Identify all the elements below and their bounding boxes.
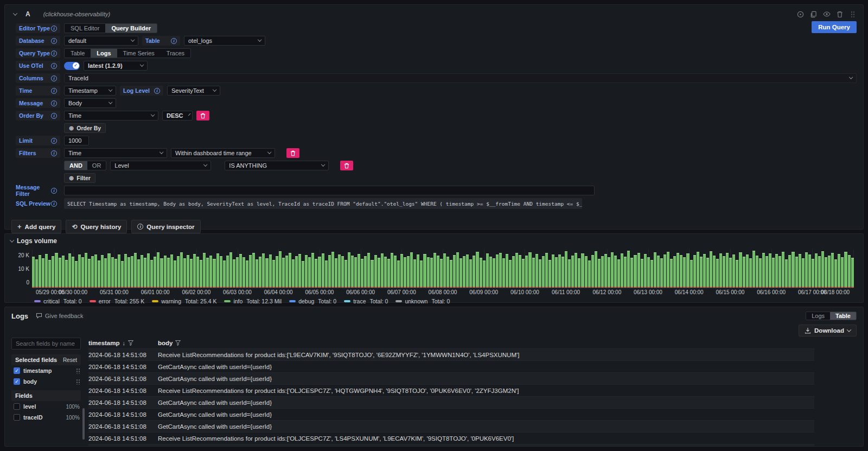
order-by-direction-select[interactable]: DESC: [162, 111, 193, 120]
search-fields-input[interactable]: [11, 338, 81, 350]
legend-item-error[interactable]: errorTotal: 255 K: [90, 298, 145, 304]
info-icon[interactable]: i: [51, 38, 57, 44]
legend-item-critical[interactable]: criticalTotal: 0: [34, 298, 82, 304]
info-icon[interactable]: i: [51, 201, 57, 207]
volume-bar: [150, 260, 153, 288]
table-row[interactable]: 2024-06-18 14:51:08Receive ListRecommend…: [88, 432, 814, 444]
limit-input[interactable]: [64, 136, 89, 145]
remove-filter1-button[interactable]: [286, 148, 299, 158]
drag-handle-icon[interactable]: [76, 368, 80, 374]
sql-editor-option[interactable]: SQL Editor: [65, 24, 105, 33]
field-name[interactable]: timestamp: [23, 367, 52, 374]
remove-order-by-button[interactable]: [196, 111, 209, 120]
info-icon[interactable]: i: [51, 113, 57, 119]
table-row[interactable]: 2024-06-18 14:51:08GetCartAsync called w…: [88, 396, 814, 408]
table-row[interactable]: 2024-06-18 14:51:08GetCartAsync called w…: [88, 360, 814, 372]
copy-icon[interactable]: [809, 10, 818, 18]
checkbox-checked[interactable]: ✓: [14, 367, 20, 374]
info-icon[interactable]: i: [51, 63, 57, 69]
use-otel-label: Use OTeli: [16, 61, 60, 71]
order-by-field-select[interactable]: Time: [64, 111, 158, 120]
filter1-field-select[interactable]: Time: [64, 148, 167, 158]
sort-desc-icon[interactable]: ↓: [123, 340, 126, 346]
volume-bar: [825, 257, 827, 288]
view-logs-option[interactable]: Logs: [806, 312, 830, 320]
message-filter-input[interactable]: [64, 186, 595, 195]
legend-item-unknown[interactable]: unknownTotal: 0: [395, 298, 450, 304]
add-query-button[interactable]: + Add query: [11, 220, 61, 233]
add-filter-button[interactable]: ⊕ Filter: [64, 173, 95, 183]
logs-volume-header[interactable]: Logs volume: [10, 236, 858, 246]
reset-fields-button[interactable]: Reset: [63, 357, 77, 363]
info-icon[interactable]: i: [51, 75, 57, 81]
give-feedback-link[interactable]: Give feedback: [36, 313, 83, 319]
info-icon[interactable]: i: [51, 150, 57, 156]
download-button[interactable]: Download: [799, 325, 857, 336]
add-order-by-button[interactable]: ⊕ Order By: [64, 123, 106, 133]
query-inspector-button[interactable]: i Query inspector: [131, 220, 200, 233]
remove-filter2-button[interactable]: [340, 161, 353, 170]
filter1-operator-select[interactable]: Within dashboard time range: [171, 148, 275, 158]
table-row[interactable]: 2024-06-18 14:51:08Receive ListRecommend…: [88, 444, 814, 447]
field-name[interactable]: level: [23, 403, 36, 410]
volume-bar: [246, 261, 248, 288]
checkbox-unchecked[interactable]: [14, 403, 20, 410]
legend-item-info[interactable]: infoTotal: 12.3 Mil: [224, 298, 282, 304]
filter2-field-select[interactable]: Level: [110, 161, 211, 170]
info-icon[interactable]: i: [51, 26, 57, 31]
eye-icon[interactable]: [822, 10, 831, 18]
time-column-select[interactable]: Timestamp: [64, 86, 116, 96]
checkbox-unchecked[interactable]: [14, 414, 20, 421]
query-type-traces-option[interactable]: Traces: [161, 49, 190, 58]
info-icon[interactable]: i: [51, 88, 57, 94]
info-icon[interactable]: i: [51, 188, 57, 194]
info-icon[interactable]: i: [51, 50, 57, 56]
field-name[interactable]: traceID: [23, 414, 43, 421]
table-row[interactable]: 2024-06-18 14:51:08GetCartAsync called w…: [88, 372, 814, 384]
query-type-timeseries-option[interactable]: Time Series: [117, 49, 161, 58]
table-row[interactable]: 2024-06-18 14:51:08Receive ListRecommend…: [88, 384, 814, 396]
table-row[interactable]: 2024-06-18 14:51:08GetCartAsync called w…: [88, 408, 814, 420]
trash-icon[interactable]: [835, 10, 844, 18]
info-icon[interactable]: i: [51, 100, 57, 106]
field-name[interactable]: body: [23, 378, 37, 385]
timestamp-column-header[interactable]: timestamp ↓: [88, 340, 158, 346]
volume-bar: [124, 254, 127, 288]
logs-volume-chart[interactable]: 0 10 K 20 K: [32, 249, 853, 288]
info-circle-icon[interactable]: [796, 10, 805, 18]
sidebar-scrollbar[interactable]: [82, 408, 85, 440]
checkbox-checked[interactable]: ✓: [14, 378, 20, 385]
table-select[interactable]: otel_logs: [184, 36, 265, 46]
info-icon[interactable]: i: [51, 138, 57, 144]
info-icon[interactable]: i: [171, 38, 177, 44]
collapse-chevron-icon[interactable]: [10, 238, 14, 242]
database-select[interactable]: default: [64, 36, 138, 46]
table-row[interactable]: 2024-06-18 14:51:08Receive ListRecommend…: [88, 348, 814, 360]
view-table-option[interactable]: Table: [830, 312, 856, 320]
otel-version-select[interactable]: latest (1.2.9): [84, 61, 148, 71]
and-option[interactable]: AND: [65, 161, 87, 170]
query-type-table-option[interactable]: Table: [65, 49, 91, 58]
collapse-chevron-icon[interactable]: [13, 11, 17, 15]
or-option[interactable]: OR: [87, 161, 106, 170]
query-type-logs-option[interactable]: Logs: [91, 49, 117, 58]
query-builder-option[interactable]: Query Builder: [105, 24, 157, 33]
info-icon[interactable]: i: [154, 88, 160, 94]
columns-multiselect[interactable]: TraceId: [64, 73, 857, 83]
filter-funnel-icon[interactable]: [128, 340, 133, 346]
query-row-header[interactable]: A (clickhouse-observability): [11, 8, 857, 20]
log-level-column-select[interactable]: SeverityText: [167, 86, 220, 96]
filter-funnel-icon[interactable]: [175, 340, 181, 346]
table-row[interactable]: 2024-06-18 14:51:08GetCartAsync called w…: [88, 420, 814, 432]
use-otel-toggle[interactable]: ✓: [64, 62, 80, 70]
filter2-operator-select[interactable]: IS ANYTHING: [225, 161, 329, 170]
run-query-button[interactable]: Run Query: [812, 21, 857, 33]
drag-handle-icon[interactable]: [76, 379, 80, 385]
body-column-header[interactable]: body: [158, 340, 814, 346]
legend-item-debug[interactable]: debugTotal: 0: [289, 298, 336, 304]
legend-item-trace[interactable]: traceTotal: 0: [344, 298, 388, 304]
query-history-button[interactable]: ⟲ Query history: [66, 220, 127, 233]
legend-item-warning[interactable]: warningTotal: 25.4 K: [152, 298, 216, 304]
message-column-select[interactable]: Body: [64, 98, 116, 108]
drag-handle-icon[interactable]: [848, 10, 857, 18]
